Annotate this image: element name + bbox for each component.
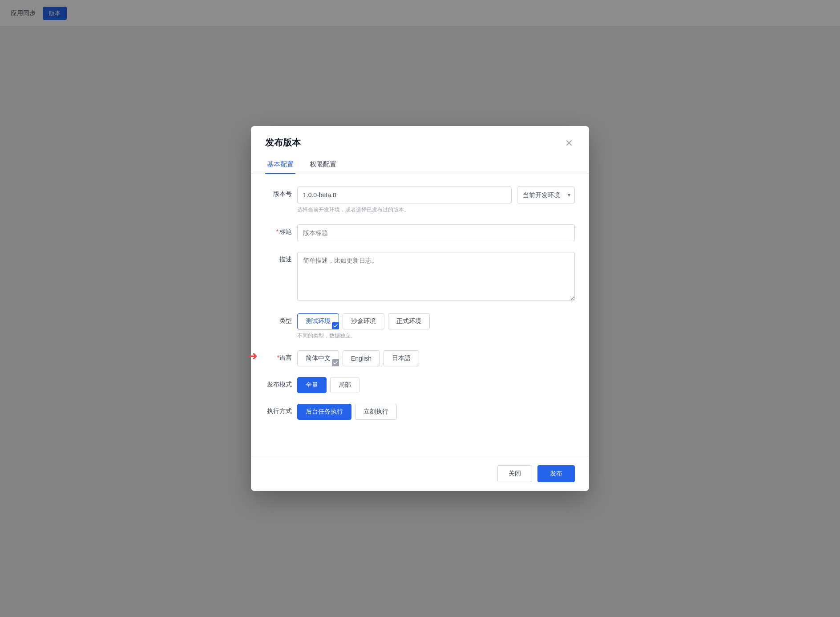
title-required-mark: * xyxy=(276,228,279,235)
modal-body: 版本号 当前开发环境 ▾ 选择当前开发环境，或者选择已发布过的版本。 xyxy=(251,174,589,456)
exec-mode-row: 执行方式 后台任务执行 立刻执行 xyxy=(265,404,575,420)
title-content xyxy=(297,224,575,241)
chinese-check-badge xyxy=(332,359,339,366)
publish-button[interactable]: 发布 xyxy=(537,465,575,482)
modal-tabs: 基本配置 权限配置 xyxy=(251,156,589,174)
type-sandbox-env-btn[interactable]: 沙盒环境 xyxy=(343,313,384,329)
type-label: 类型 xyxy=(265,313,297,325)
close-icon[interactable] xyxy=(563,137,575,149)
version-label: 版本号 xyxy=(265,187,297,198)
desc-row: 描述 xyxy=(265,252,575,303)
title-label: *标题 xyxy=(265,224,297,236)
version-input[interactable] xyxy=(297,187,512,203)
exec-mode-content: 后台任务执行 立刻执行 xyxy=(297,404,575,420)
exec-mode-btn-group: 后台任务执行 立刻执行 xyxy=(297,404,575,420)
lang-chinese-btn[interactable]: 简体中文 xyxy=(297,350,339,366)
desc-label: 描述 xyxy=(265,252,297,264)
modal-title: 发布版本 xyxy=(265,137,301,149)
lang-japanese-btn[interactable]: 日本語 xyxy=(384,350,419,366)
env-select-wrap: 当前开发环境 ▾ xyxy=(517,187,575,203)
lang-label: *语言 xyxy=(277,354,292,362)
exec-mode-immediate-btn[interactable]: 立刻执行 xyxy=(355,404,397,420)
tab-basic-config[interactable]: 基本配置 xyxy=(265,156,295,174)
type-row: 类型 测试环境 沙盒环境 xyxy=(265,313,575,340)
publish-mode-label: 发布模式 xyxy=(265,377,297,389)
desc-content xyxy=(297,252,575,303)
test-env-check-badge xyxy=(332,322,339,329)
title-input[interactable] xyxy=(297,224,575,241)
type-content: 测试环境 沙盒环境 正式环境 xyxy=(297,313,575,340)
tab-permission-config[interactable]: 权限配置 xyxy=(308,156,338,174)
env-select[interactable]: 当前开发环境 xyxy=(517,187,575,203)
desc-textarea[interactable] xyxy=(297,252,575,301)
publish-mode-content: 全量 局部 xyxy=(297,377,575,393)
version-hint: 选择当前开发环境，或者选择已发布过的版本。 xyxy=(297,206,575,214)
close-button[interactable]: 关闭 xyxy=(497,465,532,482)
publish-version-modal: 发布版本 基本配置 权限配置 版本号 xyxy=(251,126,589,491)
publish-mode-btn-group: 全量 局部 xyxy=(297,377,575,393)
exec-mode-background-btn[interactable]: 后台任务执行 xyxy=(297,404,351,420)
type-hint: 不同的类型，数据独立。 xyxy=(297,332,575,340)
arrow-indicator: ➜ xyxy=(247,350,258,362)
title-row: *标题 xyxy=(265,224,575,241)
modal-header: 发布版本 xyxy=(251,126,589,149)
version-content: 当前开发环境 ▾ 选择当前开发环境，或者选择已发布过的版本。 xyxy=(297,187,575,214)
version-row: 版本号 当前开发环境 ▾ 选择当前开发环境，或者选择已发布过的版本。 xyxy=(265,187,575,214)
publish-mode-row: 发布模式 全量 局部 xyxy=(265,377,575,393)
type-test-env-btn[interactable]: 测试环境 xyxy=(297,313,339,329)
lang-row: ➜ *语言 简体中文 xyxy=(265,350,575,366)
lang-english-btn[interactable]: English xyxy=(343,350,380,366)
type-formal-env-btn[interactable]: 正式环境 xyxy=(388,313,430,329)
publish-mode-partial-btn[interactable]: 局部 xyxy=(330,377,359,393)
publish-mode-full-btn[interactable]: 全量 xyxy=(297,377,327,393)
exec-mode-label: 执行方式 xyxy=(265,404,297,415)
type-btn-group: 测试环境 沙盒环境 正式环境 xyxy=(297,313,575,329)
lang-btn-group: 简体中文 English 日本語 xyxy=(297,350,575,366)
lang-content: 简体中文 English 日本語 xyxy=(297,350,575,366)
modal-footer: 关闭 发布 xyxy=(251,456,589,491)
